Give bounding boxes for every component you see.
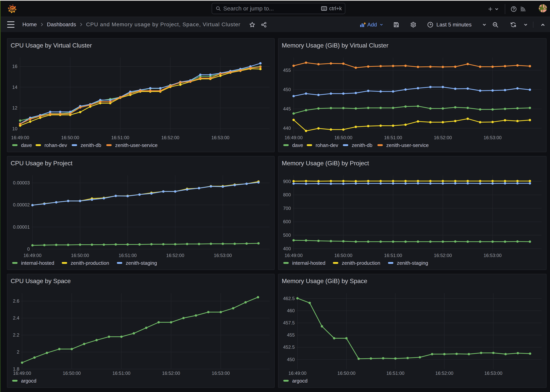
svg-text:zenith-db: zenith-db (81, 142, 101, 148)
svg-text:16:51:00: 16:51:00 (384, 253, 402, 258)
svg-text:700: 700 (283, 206, 291, 211)
svg-text:445: 445 (283, 106, 291, 112)
svg-text:16:51:00: 16:51:00 (111, 135, 129, 140)
svg-text:450: 450 (287, 357, 295, 362)
svg-text:16:53:00: 16:53:00 (211, 135, 229, 140)
svg-text:450: 450 (283, 87, 291, 92)
svg-text:16:49:00: 16:49:00 (289, 371, 306, 376)
svg-text:zenith-user-service: zenith-user-service (115, 142, 158, 148)
svg-text:400: 400 (283, 246, 291, 251)
svg-text:16:49:00: 16:49:00 (23, 253, 41, 258)
svg-text:16:50:00: 16:50:00 (61, 135, 79, 140)
svg-text:0.00002: 0.00002 (13, 202, 30, 207)
svg-text:800: 800 (283, 192, 291, 197)
svg-text:16:53:00: 16:53:00 (484, 253, 501, 258)
svg-text:2.2: 2.2 (13, 332, 19, 337)
svg-text:CPU Usage by Virtual Cluster: CPU Usage by Virtual Cluster (11, 42, 92, 49)
svg-text:zenith-user-service: zenith-user-service (386, 142, 429, 148)
svg-text:2.4: 2.4 (13, 315, 19, 321)
svg-text:zenith-staging: zenith-staging (397, 260, 428, 266)
svg-text:455: 455 (283, 68, 291, 73)
svg-text:16:49:00: 16:49:00 (285, 253, 303, 258)
svg-text:0: 0 (27, 246, 30, 252)
svg-text:16:52:00: 16:52:00 (161, 135, 179, 140)
svg-text:CPU Usage by Project: CPU Usage by Project (11, 160, 72, 167)
svg-text:internal-hosted: internal-hosted (292, 260, 325, 266)
svg-text:rohan-dev: rohan-dev (44, 142, 67, 148)
svg-text:16:51:00: 16:51:00 (384, 135, 402, 140)
svg-text:10: 10 (12, 126, 17, 131)
svg-text:argocd: argocd (21, 378, 36, 384)
svg-text:16:51:00: 16:51:00 (386, 371, 404, 376)
svg-text:0.00003: 0.00003 (13, 180, 30, 185)
svg-text:457.5: 457.5 (283, 320, 295, 325)
svg-text:16:53:00: 16:53:00 (212, 371, 230, 376)
svg-text:16:51:00: 16:51:00 (118, 253, 137, 258)
svg-text:16:51:00: 16:51:00 (112, 371, 130, 376)
svg-text:16:53:00: 16:53:00 (484, 135, 501, 140)
svg-text:Memory Usage (GiB) by Virtual: Memory Usage (GiB) by Virtual Cluster (282, 42, 389, 49)
svg-text:16:52:00: 16:52:00 (162, 371, 180, 376)
svg-text:455: 455 (287, 332, 295, 337)
svg-text:dave: dave (21, 142, 32, 148)
svg-text:Memory Usage (GiB) by Space: Memory Usage (GiB) by Space (282, 278, 367, 284)
svg-text:Memory Usage (GiB) by Project: Memory Usage (GiB) by Project (282, 160, 369, 167)
svg-text:16:50:00: 16:50:00 (71, 253, 89, 258)
svg-text:rohan-dev: rohan-dev (316, 142, 338, 148)
svg-text:2.6: 2.6 (13, 298, 19, 304)
svg-text:CPU Usage by Space: CPU Usage by Space (11, 278, 71, 284)
svg-text:452.5: 452.5 (283, 344, 295, 350)
svg-text:16: 16 (12, 64, 17, 69)
svg-text:16:52:00: 16:52:00 (434, 253, 452, 258)
svg-text:16:50:00: 16:50:00 (334, 135, 352, 140)
svg-text:16:53:00: 16:53:00 (484, 371, 502, 376)
svg-text:0.00001: 0.00001 (13, 224, 30, 230)
svg-text:16:50:00: 16:50:00 (334, 253, 352, 258)
svg-text:14: 14 (12, 84, 17, 90)
svg-text:500: 500 (283, 232, 291, 238)
svg-text:12: 12 (12, 105, 17, 111)
svg-text:16:52:00: 16:52:00 (166, 253, 184, 258)
svg-text:zenith-production: zenith-production (342, 260, 380, 266)
svg-text:460: 460 (287, 308, 295, 313)
svg-text:2: 2 (17, 349, 19, 355)
svg-text:zenith-production: zenith-production (71, 260, 109, 266)
svg-text:16:50:00: 16:50:00 (337, 371, 355, 376)
svg-text:16:53:00: 16:53:00 (214, 253, 232, 258)
svg-text:argocd: argocd (292, 378, 308, 384)
svg-text:16:49:00: 16:49:00 (285, 135, 303, 140)
svg-text:1.8: 1.8 (13, 366, 19, 371)
svg-text:zenith-staging: zenith-staging (126, 260, 157, 266)
svg-text:900: 900 (283, 179, 291, 184)
svg-text:16:50:00: 16:50:00 (63, 371, 81, 376)
svg-text:600: 600 (283, 219, 291, 224)
svg-text:16:52:00: 16:52:00 (434, 135, 452, 140)
svg-text:zenith-db: zenith-db (352, 142, 372, 148)
svg-text:16:52:00: 16:52:00 (435, 371, 453, 376)
svg-text:dave: dave (292, 142, 303, 148)
svg-text:16:49:00: 16:49:00 (11, 135, 29, 140)
svg-text:462.5: 462.5 (283, 296, 295, 301)
svg-text:440: 440 (283, 126, 291, 131)
svg-text:internal-hosted: internal-hosted (21, 260, 54, 266)
